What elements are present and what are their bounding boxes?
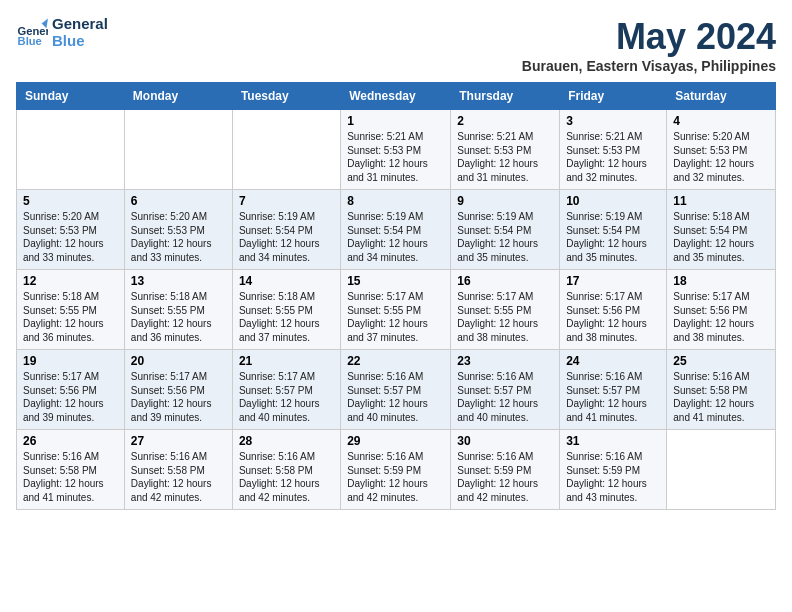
header-day-thursday: Thursday <box>451 83 560 110</box>
day-info: Sunrise: 5:18 AMSunset: 5:55 PMDaylight:… <box>23 290 118 344</box>
logo-line2: Blue <box>52 33 108 50</box>
calendar-cell: 23Sunrise: 5:16 AMSunset: 5:57 PMDayligh… <box>451 350 560 430</box>
day-number: 2 <box>457 114 553 128</box>
calendar-week-3: 12Sunrise: 5:18 AMSunset: 5:55 PMDayligh… <box>17 270 776 350</box>
day-info: Sunrise: 5:16 AMSunset: 5:59 PMDaylight:… <box>457 450 553 504</box>
calendar-cell: 20Sunrise: 5:17 AMSunset: 5:56 PMDayligh… <box>124 350 232 430</box>
location-subtitle: Burauen, Eastern Visayas, Philippines <box>522 58 776 74</box>
day-number: 6 <box>131 194 226 208</box>
calendar-header-row: SundayMondayTuesdayWednesdayThursdayFrid… <box>17 83 776 110</box>
calendar-cell: 18Sunrise: 5:17 AMSunset: 5:56 PMDayligh… <box>667 270 776 350</box>
day-info: Sunrise: 5:17 AMSunset: 5:56 PMDaylight:… <box>23 370 118 424</box>
day-info: Sunrise: 5:20 AMSunset: 5:53 PMDaylight:… <box>23 210 118 264</box>
calendar-table: SundayMondayTuesdayWednesdayThursdayFrid… <box>16 82 776 510</box>
day-info: Sunrise: 5:19 AMSunset: 5:54 PMDaylight:… <box>347 210 444 264</box>
calendar-week-4: 19Sunrise: 5:17 AMSunset: 5:56 PMDayligh… <box>17 350 776 430</box>
calendar-cell: 15Sunrise: 5:17 AMSunset: 5:55 PMDayligh… <box>341 270 451 350</box>
day-number: 26 <box>23 434 118 448</box>
day-info: Sunrise: 5:16 AMSunset: 5:58 PMDaylight:… <box>23 450 118 504</box>
calendar-cell: 13Sunrise: 5:18 AMSunset: 5:55 PMDayligh… <box>124 270 232 350</box>
day-number: 22 <box>347 354 444 368</box>
day-number: 18 <box>673 274 769 288</box>
calendar-cell: 24Sunrise: 5:16 AMSunset: 5:57 PMDayligh… <box>560 350 667 430</box>
day-info: Sunrise: 5:16 AMSunset: 5:59 PMDaylight:… <box>566 450 660 504</box>
day-info: Sunrise: 5:18 AMSunset: 5:55 PMDaylight:… <box>239 290 334 344</box>
day-number: 8 <box>347 194 444 208</box>
calendar-cell <box>124 110 232 190</box>
calendar-cell: 31Sunrise: 5:16 AMSunset: 5:59 PMDayligh… <box>560 430 667 510</box>
header-day-saturday: Saturday <box>667 83 776 110</box>
day-number: 21 <box>239 354 334 368</box>
day-number: 24 <box>566 354 660 368</box>
calendar-cell: 4Sunrise: 5:20 AMSunset: 5:53 PMDaylight… <box>667 110 776 190</box>
day-info: Sunrise: 5:20 AMSunset: 5:53 PMDaylight:… <box>131 210 226 264</box>
calendar-cell: 5Sunrise: 5:20 AMSunset: 5:53 PMDaylight… <box>17 190 125 270</box>
calendar-cell: 27Sunrise: 5:16 AMSunset: 5:58 PMDayligh… <box>124 430 232 510</box>
calendar-cell: 25Sunrise: 5:16 AMSunset: 5:58 PMDayligh… <box>667 350 776 430</box>
day-number: 14 <box>239 274 334 288</box>
day-number: 9 <box>457 194 553 208</box>
day-info: Sunrise: 5:17 AMSunset: 5:56 PMDaylight:… <box>131 370 226 424</box>
day-number: 20 <box>131 354 226 368</box>
svg-text:Blue: Blue <box>18 35 42 47</box>
calendar-cell: 1Sunrise: 5:21 AMSunset: 5:53 PMDaylight… <box>341 110 451 190</box>
header-day-monday: Monday <box>124 83 232 110</box>
day-number: 17 <box>566 274 660 288</box>
day-number: 4 <box>673 114 769 128</box>
header-day-wednesday: Wednesday <box>341 83 451 110</box>
day-number: 10 <box>566 194 660 208</box>
header-day-tuesday: Tuesday <box>232 83 340 110</box>
day-number: 31 <box>566 434 660 448</box>
header-day-friday: Friday <box>560 83 667 110</box>
logo-icon: General Blue <box>16 17 48 49</box>
day-info: Sunrise: 5:17 AMSunset: 5:55 PMDaylight:… <box>347 290 444 344</box>
day-info: Sunrise: 5:19 AMSunset: 5:54 PMDaylight:… <box>566 210 660 264</box>
calendar-cell: 10Sunrise: 5:19 AMSunset: 5:54 PMDayligh… <box>560 190 667 270</box>
calendar-cell: 11Sunrise: 5:18 AMSunset: 5:54 PMDayligh… <box>667 190 776 270</box>
day-info: Sunrise: 5:18 AMSunset: 5:54 PMDaylight:… <box>673 210 769 264</box>
calendar-week-2: 5Sunrise: 5:20 AMSunset: 5:53 PMDaylight… <box>17 190 776 270</box>
page-header: General Blue General Blue May 2024 Burau… <box>16 16 776 74</box>
calendar-cell <box>232 110 340 190</box>
day-info: Sunrise: 5:16 AMSunset: 5:57 PMDaylight:… <box>347 370 444 424</box>
calendar-cell <box>17 110 125 190</box>
calendar-cell: 29Sunrise: 5:16 AMSunset: 5:59 PMDayligh… <box>341 430 451 510</box>
day-info: Sunrise: 5:16 AMSunset: 5:58 PMDaylight:… <box>239 450 334 504</box>
calendar-cell: 12Sunrise: 5:18 AMSunset: 5:55 PMDayligh… <box>17 270 125 350</box>
day-info: Sunrise: 5:21 AMSunset: 5:53 PMDaylight:… <box>457 130 553 184</box>
day-number: 3 <box>566 114 660 128</box>
day-info: Sunrise: 5:16 AMSunset: 5:59 PMDaylight:… <box>347 450 444 504</box>
calendar-cell: 9Sunrise: 5:19 AMSunset: 5:54 PMDaylight… <box>451 190 560 270</box>
day-number: 27 <box>131 434 226 448</box>
day-number: 30 <box>457 434 553 448</box>
day-number: 29 <box>347 434 444 448</box>
day-number: 5 <box>23 194 118 208</box>
calendar-week-5: 26Sunrise: 5:16 AMSunset: 5:58 PMDayligh… <box>17 430 776 510</box>
day-number: 1 <box>347 114 444 128</box>
calendar-cell: 19Sunrise: 5:17 AMSunset: 5:56 PMDayligh… <box>17 350 125 430</box>
calendar-cell: 8Sunrise: 5:19 AMSunset: 5:54 PMDaylight… <box>341 190 451 270</box>
day-info: Sunrise: 5:16 AMSunset: 5:58 PMDaylight:… <box>131 450 226 504</box>
day-info: Sunrise: 5:17 AMSunset: 5:56 PMDaylight:… <box>673 290 769 344</box>
calendar-cell: 3Sunrise: 5:21 AMSunset: 5:53 PMDaylight… <box>560 110 667 190</box>
calendar-week-1: 1Sunrise: 5:21 AMSunset: 5:53 PMDaylight… <box>17 110 776 190</box>
calendar-cell: 26Sunrise: 5:16 AMSunset: 5:58 PMDayligh… <box>17 430 125 510</box>
day-info: Sunrise: 5:18 AMSunset: 5:55 PMDaylight:… <box>131 290 226 344</box>
day-info: Sunrise: 5:16 AMSunset: 5:57 PMDaylight:… <box>566 370 660 424</box>
calendar-body: 1Sunrise: 5:21 AMSunset: 5:53 PMDaylight… <box>17 110 776 510</box>
logo: General Blue General Blue <box>16 16 108 49</box>
day-number: 11 <box>673 194 769 208</box>
day-number: 23 <box>457 354 553 368</box>
day-info: Sunrise: 5:16 AMSunset: 5:58 PMDaylight:… <box>673 370 769 424</box>
month-title: May 2024 <box>522 16 776 58</box>
calendar-cell: 14Sunrise: 5:18 AMSunset: 5:55 PMDayligh… <box>232 270 340 350</box>
day-info: Sunrise: 5:19 AMSunset: 5:54 PMDaylight:… <box>457 210 553 264</box>
day-info: Sunrise: 5:21 AMSunset: 5:53 PMDaylight:… <box>347 130 444 184</box>
day-info: Sunrise: 5:19 AMSunset: 5:54 PMDaylight:… <box>239 210 334 264</box>
calendar-cell: 17Sunrise: 5:17 AMSunset: 5:56 PMDayligh… <box>560 270 667 350</box>
calendar-cell: 2Sunrise: 5:21 AMSunset: 5:53 PMDaylight… <box>451 110 560 190</box>
day-info: Sunrise: 5:20 AMSunset: 5:53 PMDaylight:… <box>673 130 769 184</box>
day-number: 7 <box>239 194 334 208</box>
calendar-cell: 16Sunrise: 5:17 AMSunset: 5:55 PMDayligh… <box>451 270 560 350</box>
calendar-cell: 6Sunrise: 5:20 AMSunset: 5:53 PMDaylight… <box>124 190 232 270</box>
